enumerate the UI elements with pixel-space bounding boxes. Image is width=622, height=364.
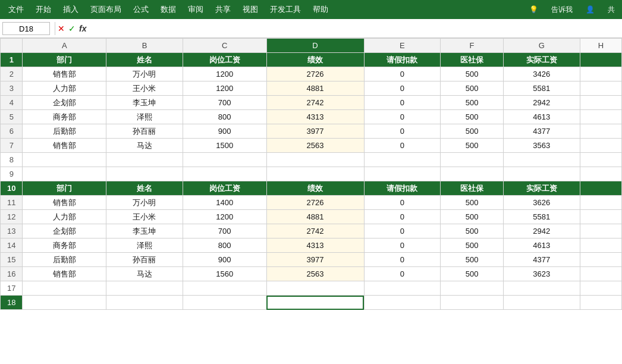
- cell-c9[interactable]: [183, 167, 266, 181]
- col-header-g[interactable]: G: [503, 39, 580, 53]
- cell-g12[interactable]: 5581: [503, 210, 580, 224]
- cell-a9[interactable]: [23, 167, 106, 181]
- cell-h18[interactable]: [580, 296, 621, 310]
- cell-d2[interactable]: 2726: [266, 67, 364, 81]
- cell-f4[interactable]: 500: [441, 96, 503, 110]
- cell-g18[interactable]: [503, 296, 580, 310]
- cell-h3[interactable]: [580, 81, 621, 96]
- cell-e14[interactable]: 0: [364, 239, 441, 253]
- cell-g14[interactable]: 4613: [503, 239, 580, 253]
- cell-c1[interactable]: 岗位工资: [183, 53, 266, 67]
- menu-share[interactable]: 共享: [209, 2, 237, 17]
- cell-b10[interactable]: 姓名: [106, 181, 183, 196]
- cell-g10[interactable]: 实际工资: [503, 181, 580, 196]
- cell-a7[interactable]: 销售部: [23, 139, 106, 153]
- cell-b14[interactable]: 泽熙: [106, 239, 183, 253]
- cell-e18[interactable]: [364, 296, 441, 310]
- cell-a5[interactable]: 商务部: [23, 110, 106, 124]
- cell-c12[interactable]: 1200: [183, 210, 266, 224]
- col-header-f[interactable]: F: [441, 39, 503, 53]
- cell-a8[interactable]: [23, 153, 106, 167]
- cell-e12[interactable]: 0: [364, 210, 441, 224]
- cell-c3[interactable]: 1200: [183, 81, 266, 96]
- cell-c2[interactable]: 1200: [183, 67, 266, 81]
- cell-d5[interactable]: 4313: [266, 110, 364, 124]
- cell-d10[interactable]: 绩效: [266, 181, 364, 196]
- cell-a11[interactable]: 销售部: [23, 196, 106, 210]
- col-header-e[interactable]: E: [364, 39, 441, 53]
- cell-a14[interactable]: 商务部: [23, 239, 106, 253]
- cell-e3[interactable]: 0: [364, 81, 441, 96]
- cancel-icon[interactable]: ✕: [58, 24, 65, 33]
- cell-b12[interactable]: 王小米: [106, 210, 183, 224]
- cell-c17[interactable]: [183, 281, 266, 296]
- cell-e10[interactable]: 请假扣款: [364, 181, 441, 196]
- cell-f5[interactable]: 500: [441, 110, 503, 124]
- cell-e7[interactable]: 0: [364, 139, 441, 153]
- cell-h14[interactable]: [580, 239, 621, 253]
- cell-d3[interactable]: 4881: [266, 81, 364, 96]
- cell-e5[interactable]: 0: [364, 110, 441, 124]
- cell-h1[interactable]: [580, 53, 621, 67]
- cell-f8[interactable]: [441, 153, 503, 167]
- cell-b13[interactable]: 李玉坤: [106, 224, 183, 239]
- cell-h5[interactable]: [580, 110, 621, 124]
- cell-g6[interactable]: 4377: [503, 124, 580, 139]
- cell-b9[interactable]: [106, 167, 183, 181]
- cell-b15[interactable]: 孙百丽: [106, 253, 183, 267]
- confirm-icon[interactable]: ✓: [68, 24, 76, 33]
- cell-d16[interactable]: 2563: [266, 267, 364, 281]
- cell-c14[interactable]: 800: [183, 239, 266, 253]
- cell-h8[interactable]: [580, 153, 621, 167]
- cell-f14[interactable]: 500: [441, 239, 503, 253]
- cell-a18[interactable]: [23, 296, 106, 310]
- menu-home[interactable]: 开始: [30, 2, 57, 17]
- cell-a12[interactable]: 人力部: [23, 210, 106, 224]
- cell-b4[interactable]: 李玉坤: [106, 96, 183, 110]
- cell-b16[interactable]: 马达: [106, 267, 183, 281]
- cell-f6[interactable]: 500: [441, 124, 503, 139]
- cell-c11[interactable]: 1400: [183, 196, 266, 210]
- cell-f16[interactable]: 500: [441, 267, 503, 281]
- cell-d15[interactable]: 3977: [266, 253, 364, 267]
- cell-d8[interactable]: [266, 153, 364, 167]
- menu-review[interactable]: 审阅: [182, 2, 209, 17]
- cell-b8[interactable]: [106, 153, 183, 167]
- cell-g7[interactable]: 3563: [503, 139, 580, 153]
- cell-h16[interactable]: [580, 267, 621, 281]
- cell-g4[interactable]: 2942: [503, 96, 580, 110]
- cell-f3[interactable]: 500: [441, 81, 503, 96]
- cell-h13[interactable]: [580, 224, 621, 239]
- col-header-b[interactable]: B: [106, 39, 183, 53]
- cell-e9[interactable]: [364, 167, 441, 181]
- cell-b3[interactable]: 王小米: [106, 81, 183, 96]
- cell-c5[interactable]: 800: [183, 110, 266, 124]
- cell-c8[interactable]: [183, 153, 266, 167]
- cell-e1[interactable]: 请假扣款: [364, 53, 441, 67]
- cell-a17[interactable]: [23, 281, 106, 296]
- cell-h9[interactable]: [580, 167, 621, 181]
- cell-b6[interactable]: 孙百丽: [106, 124, 183, 139]
- formula-input[interactable]: [90, 22, 620, 35]
- cell-a4[interactable]: 企划部: [23, 96, 106, 110]
- col-header-a[interactable]: A: [23, 39, 106, 53]
- cell-b17[interactable]: [106, 281, 183, 296]
- col-header-h[interactable]: H: [580, 39, 621, 53]
- cell-f9[interactable]: [441, 167, 503, 181]
- cell-f13[interactable]: 500: [441, 224, 503, 239]
- cell-b2[interactable]: 万小明: [106, 67, 183, 81]
- cell-c15[interactable]: 900: [183, 253, 266, 267]
- cell-f15[interactable]: 500: [441, 253, 503, 267]
- menu-file[interactable]: 文件: [2, 2, 30, 17]
- cell-d1[interactable]: 绩效: [266, 53, 364, 67]
- cell-h12[interactable]: [580, 210, 621, 224]
- col-header-d[interactable]: D: [266, 39, 364, 53]
- cell-d17[interactable]: [266, 281, 364, 296]
- cell-d18[interactable]: [266, 296, 364, 310]
- cell-b11[interactable]: 万小明: [106, 196, 183, 210]
- menu-insert[interactable]: 插入: [57, 2, 84, 17]
- menu-view[interactable]: 视图: [237, 2, 264, 17]
- cell-e16[interactable]: 0: [364, 267, 441, 281]
- cell-g17[interactable]: [503, 281, 580, 296]
- cell-f1[interactable]: 医社保: [441, 53, 503, 67]
